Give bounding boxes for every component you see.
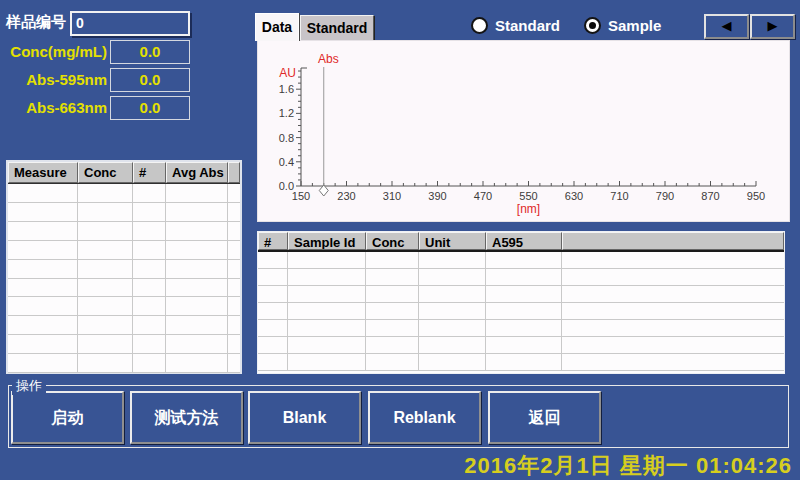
y-tick-label: 1.6 xyxy=(279,83,294,95)
sample-number-label: 样品编号 xyxy=(6,13,66,32)
column-header-2: # xyxy=(133,162,166,183)
sample-results-table-body[interactable] xyxy=(258,252,784,371)
x-tick-label: 710 xyxy=(610,190,628,202)
action-group-label: 操作 xyxy=(12,377,46,395)
column-divider xyxy=(77,184,78,373)
table-row[interactable] xyxy=(258,252,784,269)
table-row[interactable] xyxy=(8,260,240,279)
instrument-screen: 样品编号 0 Conc(mg/mL) 0.0 Abs-595nm 0.0 Abs… xyxy=(0,0,800,480)
x-tick-label: 790 xyxy=(656,190,674,202)
action-group: 启动 测试方法 Blank Reblank 返回 xyxy=(8,385,789,448)
abs-595-value-field[interactable]: 0.0 xyxy=(110,68,190,92)
column-divider xyxy=(561,252,562,371)
x-axis-unit-label: [nm] xyxy=(517,202,540,216)
table-row[interactable] xyxy=(8,297,240,316)
column-divider xyxy=(485,252,486,371)
wavelength-cursor-handle[interactable] xyxy=(319,185,328,196)
radio-standard-label: Standard xyxy=(495,17,560,34)
y-tick-label: 0.8 xyxy=(279,132,294,144)
sample-number-input[interactable]: 0 xyxy=(70,11,190,36)
table-row[interactable] xyxy=(8,222,240,241)
column-divider xyxy=(165,184,166,373)
radio-icon[interactable] xyxy=(584,17,601,34)
abs-663-label: Abs-663nm xyxy=(0,96,107,120)
column-header-0: # xyxy=(258,232,288,250)
x-tick-label: 950 xyxy=(747,190,765,202)
column-header-3: Unit xyxy=(419,232,486,250)
column-header-5 xyxy=(562,232,784,250)
column-divider xyxy=(132,184,133,373)
test-method-button[interactable]: 测试方法 xyxy=(130,391,243,444)
radio-standard[interactable]: Standard xyxy=(471,16,560,34)
conc-value-field[interactable]: 0.0 xyxy=(110,40,190,64)
column-divider xyxy=(418,252,419,371)
table-row[interactable] xyxy=(8,279,240,298)
table-row[interactable] xyxy=(258,320,784,337)
table-row[interactable] xyxy=(8,203,240,222)
measure-table-header: MeasureConc#Avg Abs xyxy=(8,162,240,184)
prev-button[interactable]: ◀ xyxy=(704,14,749,39)
next-button[interactable]: ▶ xyxy=(750,14,795,39)
datetime-display: 2016年2月1日 星期一 01:04:26 xyxy=(464,451,792,480)
left-arrow-icon: ◀ xyxy=(722,18,732,33)
chart-panel: 1502303103904705506307107908709500.00.40… xyxy=(257,40,790,222)
table-row[interactable] xyxy=(8,241,240,260)
start-button[interactable]: 启动 xyxy=(11,391,124,444)
radio-sample[interactable]: Sample xyxy=(584,16,661,34)
column-header-1: Conc xyxy=(78,162,133,183)
measure-table-body[interactable] xyxy=(8,184,240,373)
series-label: Abs xyxy=(318,52,339,66)
conc-label: Conc(mg/mL) xyxy=(0,40,107,64)
y-tick-label: 0.0 xyxy=(279,180,294,192)
table-row[interactable] xyxy=(8,354,240,373)
y-tick-label: 0.4 xyxy=(279,156,294,168)
measure-table[interactable]: MeasureConc#Avg Abs xyxy=(6,160,242,374)
x-tick-label: 870 xyxy=(701,190,719,202)
x-tick-label: 630 xyxy=(565,190,583,202)
y-tick-label: 1.2 xyxy=(279,107,294,119)
column-divider xyxy=(365,252,366,371)
tab-data[interactable]: Data xyxy=(255,13,299,41)
table-row[interactable] xyxy=(258,303,784,320)
x-tick-label: 550 xyxy=(519,190,537,202)
abs-595-label: Abs-595nm xyxy=(0,68,107,92)
table-row[interactable] xyxy=(258,337,784,354)
sample-results-table[interactable]: #Sample IdConcUnitA595 xyxy=(257,231,785,374)
absorbance-spectrum-chart[interactable]: 1502303103904705506307107908709500.00.40… xyxy=(258,41,789,221)
column-divider xyxy=(227,184,228,373)
column-header-2: Conc xyxy=(366,232,419,250)
x-tick-label: 470 xyxy=(474,190,492,202)
radio-icon[interactable] xyxy=(471,17,488,34)
column-header-4: A595 xyxy=(486,232,562,250)
table-row[interactable] xyxy=(8,316,240,335)
table-row[interactable] xyxy=(258,286,784,303)
x-tick-label: 390 xyxy=(428,190,446,202)
tab-standard[interactable]: Standard xyxy=(300,15,374,41)
x-tick-label: 310 xyxy=(383,190,401,202)
abs-663-value-field[interactable]: 0.0 xyxy=(110,96,190,120)
reblank-button[interactable]: Reblank xyxy=(368,391,481,444)
blank-button[interactable]: Blank xyxy=(248,391,361,444)
x-tick-label: 150 xyxy=(292,190,310,202)
radio-sample-label: Sample xyxy=(608,17,661,34)
column-header-3: Avg Abs xyxy=(166,162,228,183)
table-row[interactable] xyxy=(8,184,240,203)
y-axis-unit-label: AU xyxy=(279,66,296,80)
table-row[interactable] xyxy=(8,335,240,354)
column-divider xyxy=(287,252,288,371)
column-header-0: Measure xyxy=(8,162,78,183)
right-arrow-icon: ▶ xyxy=(768,18,778,33)
sample-results-table-header: #Sample IdConcUnitA595 xyxy=(258,232,784,252)
table-row[interactable] xyxy=(258,269,784,286)
table-row[interactable] xyxy=(258,354,784,371)
column-header-1: Sample Id xyxy=(288,232,366,250)
return-button[interactable]: 返回 xyxy=(488,391,601,444)
column-header-4 xyxy=(228,162,240,183)
x-tick-label: 230 xyxy=(337,190,355,202)
